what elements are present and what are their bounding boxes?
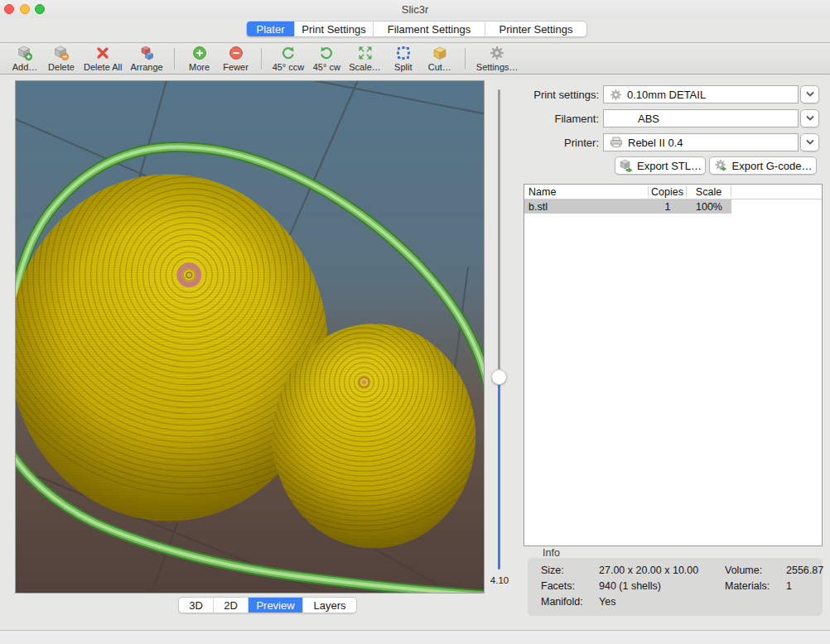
export-stl-label: Export STL… bbox=[637, 160, 702, 172]
layer-slider-handle[interactable] bbox=[491, 369, 507, 385]
toolbar-label: More bbox=[189, 62, 210, 72]
toolbar-label: Delete bbox=[48, 62, 75, 72]
3d-preview-scene bbox=[16, 81, 484, 593]
cube-minus-icon bbox=[53, 46, 70, 61]
info-volume-label: Volume: bbox=[725, 565, 786, 580]
toolbar-label: Split bbox=[394, 62, 412, 72]
object-copies-cell: 1 bbox=[649, 199, 687, 214]
object-list-header: Name Copies Scale bbox=[524, 185, 822, 199]
chevron-down-icon bbox=[805, 135, 815, 150]
chevron-down-icon bbox=[805, 111, 815, 126]
chevron-down-icon bbox=[805, 87, 815, 102]
gear-icon bbox=[490, 46, 504, 61]
rotate-ccw-icon bbox=[281, 46, 296, 61]
scale-arrows-icon bbox=[358, 46, 373, 61]
toolbar-label: Delete All bbox=[84, 62, 122, 72]
cube-plus-icon bbox=[17, 46, 33, 61]
info-manifold-label: Manifold: bbox=[541, 596, 599, 612]
rotate-cw-icon bbox=[319, 46, 334, 61]
more-button[interactable]: More bbox=[186, 44, 214, 74]
tab-print-settings[interactable]: Print Settings bbox=[295, 22, 374, 36]
fewer-button[interactable]: Fewer bbox=[222, 44, 250, 74]
toolbar-separator bbox=[465, 48, 466, 70]
export-stl-button[interactable]: Export STL… bbox=[615, 156, 706, 175]
split-dots-icon bbox=[396, 46, 411, 61]
green-plus-circle-icon bbox=[192, 46, 207, 61]
split-button[interactable]: Split bbox=[389, 44, 417, 74]
print-settings-dropdown-button[interactable] bbox=[800, 85, 819, 103]
export-gcode-label: Export G-code… bbox=[732, 160, 813, 172]
layer-slider-track[interactable] bbox=[498, 89, 500, 371]
column-header-scale[interactable]: Scale bbox=[687, 186, 731, 197]
add-button[interactable]: Add… bbox=[11, 44, 39, 74]
titlebar: Slic3r bbox=[0, 0, 830, 18]
info-facets-label: Facets: bbox=[541, 580, 599, 596]
export-gcode-button[interactable]: Export G-code… bbox=[709, 156, 817, 175]
arrange-button[interactable]: Arrange bbox=[130, 44, 162, 74]
print-settings-combobox[interactable]: 0.10mm DETAIL bbox=[603, 85, 799, 103]
toolbar-label: Cut… bbox=[428, 62, 451, 72]
toolbar-label: Settings… bbox=[476, 62, 519, 72]
tab-printer-settings[interactable]: Printer Settings bbox=[485, 22, 586, 36]
arrange-cubes-icon bbox=[138, 46, 155, 61]
rotate-cw-button[interactable]: 45° cw bbox=[312, 44, 340, 74]
info-volume-value: 2556.87 bbox=[786, 565, 823, 580]
delete-all-button[interactable]: Delete All bbox=[84, 44, 122, 74]
rotate-ccw-button[interactable]: 45° ccw bbox=[273, 44, 305, 74]
delete-button[interactable]: Delete bbox=[47, 44, 75, 74]
info-facets-value: 940 (1 shells) bbox=[599, 580, 725, 596]
tab-3d[interactable]: 3D bbox=[179, 598, 214, 613]
toolbar-label: 45° ccw bbox=[273, 62, 305, 72]
layer-slider-track-filled[interactable] bbox=[498, 383, 500, 570]
3d-preview-viewport[interactable] bbox=[15, 80, 485, 594]
window-title: Slic3r bbox=[0, 3, 830, 16]
column-header-copies[interactable]: Copies bbox=[649, 186, 687, 197]
layer-slider-value: 4.10 bbox=[485, 575, 514, 585]
object-name-cell: b.stl bbox=[524, 199, 649, 214]
filament-dropdown-button[interactable] bbox=[800, 109, 819, 127]
settings-button[interactable]: Settings… bbox=[476, 44, 519, 74]
info-panel-title: Info bbox=[543, 547, 560, 559]
view-mode-tabs: 3D 2D Preview Layers bbox=[178, 597, 357, 613]
toolbar-separator bbox=[261, 48, 262, 70]
cut-cube-icon bbox=[432, 46, 448, 61]
info-manifold-value: Yes bbox=[599, 596, 725, 612]
object-list: Name Copies Scale b.stl 1 100% bbox=[524, 184, 823, 546]
cut-button[interactable]: Cut… bbox=[426, 44, 454, 74]
export-stl-icon bbox=[619, 159, 633, 172]
info-size-value: 27.00 x 20.00 x 10.00 bbox=[599, 565, 725, 580]
object-row[interactable]: b.stl 1 100% bbox=[524, 199, 822, 214]
printer-label: Printer: bbox=[504, 137, 599, 149]
toolbar: Add… Delete Delete All bbox=[0, 42, 830, 74]
tab-2d[interactable]: 2D bbox=[214, 598, 249, 613]
toolbar-label: Fewer bbox=[223, 62, 249, 72]
toolbar-separator bbox=[174, 48, 175, 70]
printer-icon bbox=[610, 137, 623, 148]
toolbar-label: Add… bbox=[12, 62, 38, 72]
red-minus-circle-icon bbox=[229, 46, 244, 61]
object-scale-cell: 100% bbox=[687, 199, 731, 214]
filament-value: ABS bbox=[638, 113, 659, 125]
toolbar-label: 45° cw bbox=[313, 62, 340, 72]
gear-icon bbox=[610, 89, 622, 101]
tab-layers[interactable]: Layers bbox=[303, 598, 356, 613]
tab-plater[interactable]: Plater bbox=[247, 22, 295, 36]
info-panel: Size: 27.00 x 20.00 x 10.00 Volume: 2556… bbox=[528, 558, 823, 616]
info-materials-value: 1 bbox=[786, 580, 823, 596]
toolbar-label: Scale… bbox=[349, 62, 381, 72]
tab-preview[interactable]: Preview bbox=[249, 598, 303, 613]
print-settings-label: Print settings: bbox=[504, 89, 599, 101]
column-header-name[interactable]: Name bbox=[524, 186, 649, 197]
main-tab-bar: Plater Print Settings Filament Settings … bbox=[246, 21, 587, 37]
info-materials-label: Materials: bbox=[725, 580, 786, 596]
status-bar bbox=[0, 630, 830, 644]
red-x-icon bbox=[95, 46, 110, 61]
scale-button[interactable]: Scale… bbox=[349, 44, 381, 74]
printer-combobox[interactable]: Rebel II 0.4 bbox=[603, 133, 799, 151]
filament-combobox[interactable]: ABS bbox=[603, 109, 799, 127]
tab-filament-settings[interactable]: Filament Settings bbox=[374, 22, 485, 36]
printer-value: Rebel II 0.4 bbox=[628, 137, 683, 149]
printer-dropdown-button[interactable] bbox=[800, 133, 819, 151]
toolbar-label: Arrange bbox=[130, 62, 162, 72]
export-gcode-icon bbox=[714, 159, 728, 172]
